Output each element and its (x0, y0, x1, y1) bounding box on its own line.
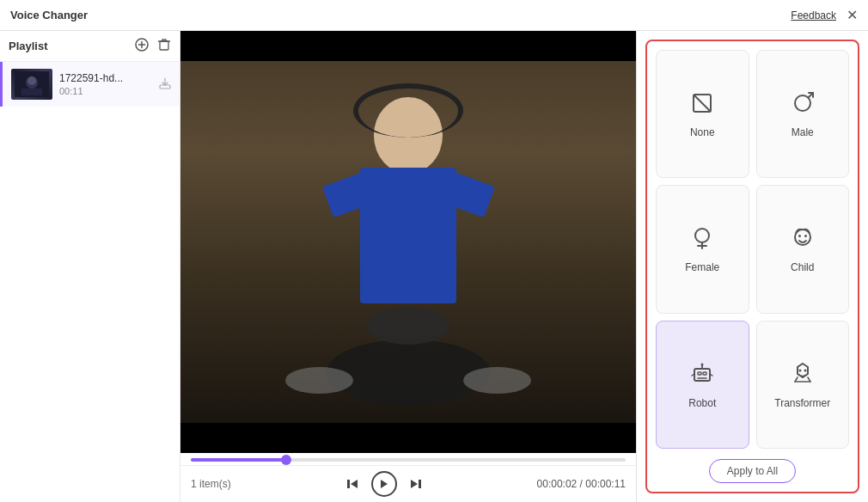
none-label: None (690, 126, 715, 138)
sidebar: Playlist (0, 31, 180, 502)
progress-track[interactable] (191, 458, 626, 462)
svg-point-27 (798, 235, 801, 237)
play-button[interactable] (371, 471, 397, 497)
svg-point-37 (798, 369, 801, 371)
plus-circle-icon (135, 38, 149, 52)
svg-point-10 (28, 77, 36, 85)
playlist-duration: 00:11 (59, 86, 152, 96)
playlist-item-download-icon[interactable] (159, 77, 171, 92)
svg-rect-31 (703, 372, 706, 375)
voice-option-robot[interactable]: Robot (656, 321, 749, 449)
playlist-title: Playlist (9, 40, 48, 52)
robot-label: Robot (688, 397, 716, 409)
svg-rect-3 (160, 41, 168, 50)
voice-option-female[interactable]: Female (656, 185, 749, 313)
svg-point-28 (804, 235, 807, 237)
next-icon (409, 477, 423, 491)
current-time: 00:00:02 (537, 478, 578, 490)
voice-option-child[interactable]: Child (756, 185, 850, 313)
prev-button[interactable] (345, 477, 359, 491)
none-icon (688, 89, 716, 121)
transformer-icon (789, 360, 816, 392)
svg-rect-18 (419, 480, 421, 488)
playlist-header: Playlist (0, 31, 180, 62)
svg-rect-15 (347, 480, 350, 488)
title-bar-left: Voice Changer (10, 9, 88, 21)
svg-point-34 (701, 363, 704, 365)
progress-thumb (281, 455, 291, 465)
svg-marker-16 (381, 480, 388, 488)
video-frame[interactable] (180, 31, 636, 453)
add-to-playlist-button[interactable] (135, 38, 149, 54)
video-scene (180, 61, 636, 423)
prev-icon (345, 477, 359, 491)
male-icon (789, 89, 816, 121)
thumbnail (11, 69, 52, 100)
svg-rect-30 (698, 372, 701, 375)
transformer-label: Transformer (774, 397, 830, 409)
svg-marker-17 (411, 480, 418, 488)
progress-fill (191, 458, 286, 462)
controls-bar: 1 item(s) (180, 465, 636, 502)
thumb-image (15, 71, 49, 97)
next-button[interactable] (409, 477, 423, 491)
voice-option-male[interactable]: Male (756, 50, 850, 178)
play-icon (380, 479, 388, 489)
trash-icon (157, 38, 171, 52)
svg-rect-11 (21, 89, 42, 95)
voice-options-panel: None Male (645, 40, 859, 493)
svg-rect-29 (694, 369, 710, 381)
child-label: Child (791, 261, 814, 273)
female-label: Female (685, 261, 719, 273)
child-icon (789, 224, 816, 256)
right-panel: None Male (636, 31, 868, 502)
playlist-filename: 1722591-hd... (59, 72, 152, 84)
playlist-item[interactable]: 1722591-hd... 00:11 (0, 62, 180, 107)
playlist-item-info: 1722591-hd... 00:11 (59, 72, 152, 96)
title-bar-right: Feedback ✕ (791, 9, 858, 22)
svg-point-38 (804, 369, 806, 371)
svg-point-23 (695, 229, 709, 242)
playlist-actions (135, 38, 171, 54)
apply-to-all-button[interactable]: Apply to All (709, 459, 796, 483)
playback-controls (345, 471, 423, 497)
feedback-link[interactable]: Feedback (791, 9, 836, 21)
voice-options-grid: None Male (656, 50, 849, 449)
svg-marker-14 (351, 480, 358, 488)
robot-icon (688, 360, 716, 392)
video-column: 1 item(s) (180, 31, 636, 502)
progress-bar-area[interactable] (180, 453, 636, 465)
male-label: Male (792, 126, 814, 138)
voice-option-transformer[interactable]: Transformer (756, 321, 850, 449)
time-display: 00:00:02 / 00:00:11 (537, 478, 626, 490)
svg-line-20 (694, 95, 711, 112)
video-content (180, 31, 636, 453)
app-title: Voice Changer (10, 9, 88, 21)
item-count: 1 item(s) (191, 478, 231, 490)
voice-option-none[interactable]: None (656, 50, 749, 178)
close-button[interactable]: ✕ (847, 9, 858, 22)
title-bar: Voice Changer Feedback ✕ (0, 0, 868, 31)
total-time: 00:00:11 (585, 478, 626, 490)
remove-from-playlist-button[interactable] (157, 38, 171, 54)
female-icon (688, 224, 716, 256)
